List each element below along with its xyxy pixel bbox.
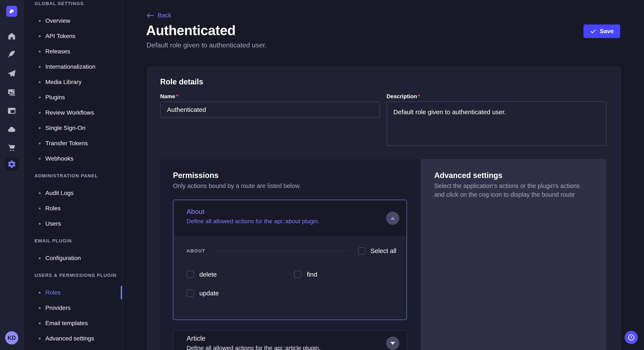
release-plane-icon (7, 69, 16, 78)
subnav-item-roles[interactable]: Roles (24, 285, 122, 300)
subnav-item-label: API Tokens (45, 33, 76, 39)
subnav-item-users[interactable]: Users (24, 216, 122, 231)
subnav-item-webhooks[interactable]: Webhooks (24, 151, 122, 166)
accordion-article[interactable]: Article Define all allowed actions for t… (173, 330, 407, 350)
checkbox-update[interactable] (186, 290, 194, 297)
permission-action-label[interactable]: find (307, 271, 317, 278)
subnav-item-audit-logs[interactable]: Audit Logs (24, 185, 122, 201)
subnav-item-providers[interactable]: Providers (24, 300, 122, 316)
permission-action-label[interactable]: delete (199, 271, 217, 278)
rail-button-cloud[interactable] (7, 125, 16, 134)
rail-button-content-type-builder[interactable] (7, 106, 16, 115)
subnav-item-media-library[interactable]: Media Library (24, 74, 122, 90)
subnav-item-overview[interactable]: Overview (24, 13, 122, 28)
subnav-item-internationalization[interactable]: Internationalization (24, 59, 122, 74)
collapse-toggle-button[interactable] (386, 212, 399, 225)
subnav-item-label: Roles (45, 205, 61, 212)
subnav-item-email-templates[interactable]: Email templates (24, 316, 122, 331)
bullet-dot-icon (39, 112, 41, 114)
rail-button-media-library[interactable] (7, 88, 16, 97)
permission-group-row: ABOUT Select all (186, 247, 396, 255)
bullet-dot-icon (39, 97, 41, 98)
page-title: Authenticated (146, 22, 236, 38)
subnav-item-label: Plugins (45, 94, 65, 101)
strapi-logo[interactable] (6, 6, 17, 17)
subnav-section-email-plugin: EMAIL PLUGIN (34, 238, 122, 245)
accordion-description: Define all allowed actions for the api::… (186, 345, 320, 350)
bullet-dot-icon (39, 143, 41, 144)
description-textarea[interactable]: Default role given to authenticated user… (386, 101, 606, 146)
required-asterisk: * (176, 93, 178, 100)
chevron-down-icon (390, 342, 395, 345)
permission-action-delete[interactable]: delete (186, 271, 294, 278)
subnav-item-transfer-tokens[interactable]: Transfer Tokens (24, 136, 122, 151)
rail-divider (0, 326, 24, 326)
subnav-item-label: Internationalization (45, 63, 96, 70)
rail-button-content-feather[interactable] (7, 50, 16, 59)
checkbox-delete[interactable] (186, 271, 194, 278)
subnav-item-roles[interactable]: Roles (24, 201, 122, 216)
question-mark-icon: ? (628, 334, 635, 341)
accordion-about-header[interactable]: About Define all allowed actions for the… (173, 200, 406, 236)
subnav-item-label: Overview (45, 17, 70, 24)
subnav-item-label: Webhooks (45, 155, 74, 162)
save-button[interactable]: Save (584, 24, 620, 38)
media-library-icon (7, 88, 16, 97)
permissions-subtitle: Only actions bound by a route are listed… (173, 182, 301, 189)
subnav-item-releases[interactable]: Releases (24, 44, 122, 59)
svg-text:?: ? (630, 336, 632, 339)
permission-action-update[interactable]: update (186, 289, 294, 297)
name-input[interactable]: Authenticated (160, 102, 380, 118)
user-avatar[interactable]: KD (5, 331, 18, 345)
subnav-item-configuration[interactable]: Configuration (24, 250, 122, 266)
active-indicator-bar (121, 286, 122, 299)
rail-button-settings-active[interactable] (5, 157, 18, 171)
subnav-item-label: Single Sign-On (45, 125, 86, 131)
permissions-heading: Permissions (173, 171, 218, 180)
bullet-dot-icon (39, 158, 41, 160)
expand-toggle-button[interactable] (386, 337, 399, 350)
subnav-item-label: Advanced settings (45, 335, 94, 342)
permission-action-find[interactable]: find (294, 271, 396, 278)
rail-button-home[interactable] (7, 32, 16, 41)
subnav-item-label: Releases (45, 48, 70, 55)
accordion-title: Article (186, 335, 206, 342)
required-asterisk: * (418, 93, 420, 100)
select-all-control[interactable]: Select all (358, 247, 396, 255)
bullet-dot-icon (39, 192, 41, 194)
select-all-checkbox[interactable] (358, 247, 365, 255)
bullet-dot-icon (39, 223, 41, 225)
accordion-description: Define all allowed actions for the api::… (186, 218, 320, 225)
check-icon (590, 28, 596, 34)
subnav-section-administration-panel: ADMINISTRATION PANEL (34, 173, 122, 179)
subnav-item-review-workflows[interactable]: Review Workflows (24, 105, 122, 120)
subnav-item-label: Review Workflows (45, 109, 94, 116)
permission-action-label[interactable]: update (199, 290, 219, 297)
bullet-dot-icon (39, 20, 41, 22)
subnav-item-label: Users (45, 220, 61, 227)
select-all-label[interactable]: Select all (370, 247, 396, 255)
checkbox-find[interactable] (294, 271, 301, 278)
subnav-item-advanced-settings[interactable]: Advanced settings (24, 331, 122, 346)
cloud-icon (7, 125, 16, 134)
home-icon (7, 32, 16, 41)
subnav-item-plugins[interactable]: Plugins (24, 90, 122, 105)
chevron-up-icon (390, 217, 395, 220)
marketplace-cart-icon (7, 144, 16, 153)
advanced-settings-heading: Advanced settings (434, 171, 502, 180)
settings-gear-icon (7, 160, 16, 169)
bullet-dot-icon (39, 292, 41, 294)
bullet-dot-icon (39, 35, 41, 37)
page-subtitle: Default role given to authenticated user… (146, 41, 267, 49)
bullet-dot-icon (39, 338, 41, 340)
back-arrow-icon (146, 13, 154, 18)
subnav-item-single-sign-on[interactable]: Single Sign-On (24, 120, 122, 136)
rail-button-marketplace-cart[interactable] (7, 144, 16, 153)
content-type-builder-icon (7, 106, 16, 115)
rail-button-release-plane[interactable] (7, 69, 16, 78)
back-link[interactable]: Back (146, 12, 171, 19)
help-button[interactable]: ? (624, 331, 638, 344)
subnav-item-label: Roles (45, 289, 61, 296)
subnav-item-api-tokens[interactable]: API Tokens (24, 28, 122, 44)
subnav-item-label: Media Library (45, 79, 82, 85)
